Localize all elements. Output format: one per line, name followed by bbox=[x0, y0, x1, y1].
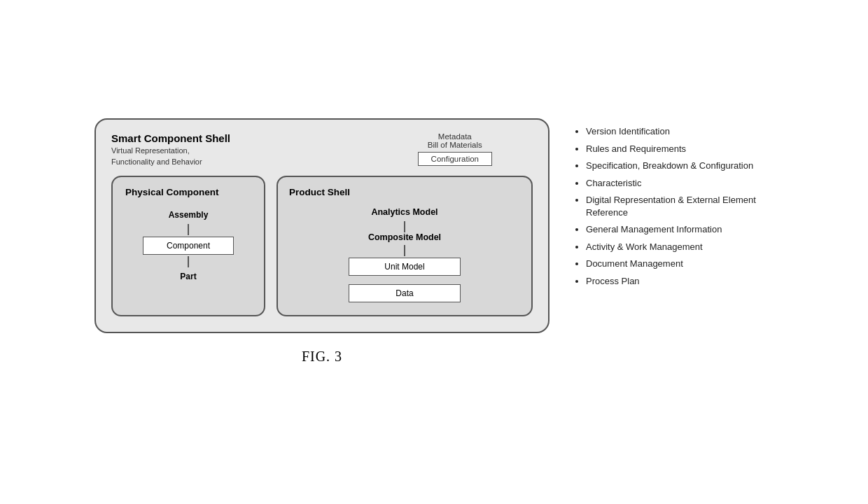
page-container: Smart Component Shell Virtual Representa… bbox=[0, 0, 868, 504]
config-box: Configuration bbox=[418, 152, 492, 166]
product-shell-title: Product Shell bbox=[289, 187, 350, 197]
content-area: Smart Component Shell Virtual Representa… bbox=[21, 118, 847, 365]
list-item: General Management Information bbox=[586, 223, 774, 236]
composite-label: Composite Model bbox=[368, 232, 441, 242]
data-box: Data bbox=[349, 284, 461, 302]
smart-component-shell: Smart Component Shell Virtual Representa… bbox=[94, 118, 550, 333]
unit-model-box: Unit Model bbox=[349, 258, 461, 276]
list-item: Activity & Work Management bbox=[586, 241, 774, 253]
metadata-label: Metadata bbox=[418, 132, 492, 141]
inner-row: Physical Component Assembly Component Pa… bbox=[111, 176, 533, 316]
physical-component-title: Physical Component bbox=[125, 187, 219, 197]
analytics-line bbox=[404, 221, 405, 232]
list-item: Characteristic bbox=[586, 177, 774, 190]
diagram-area: Smart Component Shell Virtual Representa… bbox=[94, 118, 550, 365]
physical-component-box: Physical Component Assembly Component Pa… bbox=[111, 176, 265, 316]
metadata-area: Metadata Bill of Materials Configuration bbox=[418, 132, 492, 166]
list-item: Digital Representation & External Elemen… bbox=[586, 194, 774, 218]
assembly-label: Assembly bbox=[169, 210, 209, 220]
bom-label: Bill of Materials bbox=[418, 141, 492, 149]
composite-line bbox=[404, 245, 405, 256]
fig-label: FIG. 3 bbox=[302, 349, 342, 365]
assembly-line bbox=[188, 224, 189, 235]
product-shell-box: Product Shell Analytics Model Composite … bbox=[276, 176, 533, 316]
list-item: Version Identification bbox=[586, 125, 774, 138]
part-label: Part bbox=[180, 272, 196, 281]
analytics-label: Analytics Model bbox=[371, 207, 438, 217]
list-item: Rules and Requirements bbox=[586, 143, 774, 155]
list-item: Specification, Breakdown & Configuration bbox=[586, 160, 774, 172]
list-item: Process Plan bbox=[586, 275, 774, 288]
list-item: Document Management bbox=[586, 258, 774, 270]
component-box: Component bbox=[143, 237, 234, 255]
bullet-list: Version IdentificationRules and Requirem… bbox=[570, 118, 774, 292]
bullet-list-items: Version IdentificationRules and Requirem… bbox=[570, 125, 774, 287]
component-line bbox=[188, 256, 189, 267]
